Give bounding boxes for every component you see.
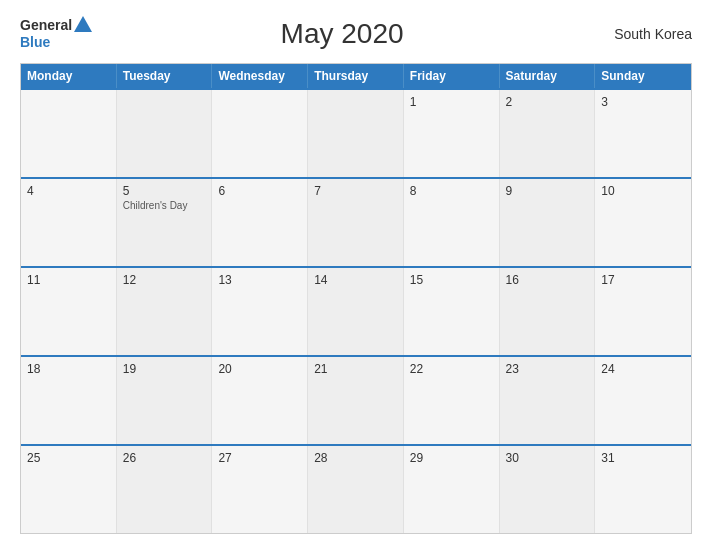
cal-week-1: 123 [21,88,691,177]
day-number: 25 [27,451,110,465]
cal-week-2: 45Children's Day678910 [21,177,691,266]
cal-cell-w2-d1: 4 [21,179,117,266]
day-number: 12 [123,273,206,287]
day-number: 4 [27,184,110,198]
cal-cell-w5-d7: 31 [595,446,691,533]
day-number: 7 [314,184,397,198]
header-wednesday: Wednesday [212,64,308,88]
day-number: 26 [123,451,206,465]
day-number: 3 [601,95,685,109]
cal-cell-w4-d2: 19 [117,357,213,444]
country-label: South Korea [592,26,692,42]
cal-cell-w3-d1: 11 [21,268,117,355]
day-number: 27 [218,451,301,465]
header-thursday: Thursday [308,64,404,88]
cal-cell-w2-d6: 9 [500,179,596,266]
cal-cell-w1-d1 [21,90,117,177]
day-number: 6 [218,184,301,198]
cal-cell-w3-d5: 15 [404,268,500,355]
day-number: 20 [218,362,301,376]
day-number: 23 [506,362,589,376]
day-number: 11 [27,273,110,287]
day-number: 19 [123,362,206,376]
cal-cell-w4-d5: 22 [404,357,500,444]
header-sunday: Sunday [595,64,691,88]
header: General Blue May 2020 South Korea [20,16,692,51]
cal-cell-w1-d6: 2 [500,90,596,177]
header-tuesday: Tuesday [117,64,213,88]
page: General Blue May 2020 South Korea Monday… [0,0,712,550]
event-label: Children's Day [123,200,206,211]
cal-cell-w3-d7: 17 [595,268,691,355]
calendar-body: 12345Children's Day678910111213141516171… [21,88,691,533]
cal-cell-w2-d3: 6 [212,179,308,266]
day-number: 29 [410,451,493,465]
day-number: 22 [410,362,493,376]
svg-marker-0 [74,16,92,32]
cal-cell-w2-d4: 7 [308,179,404,266]
cal-cell-w5-d1: 25 [21,446,117,533]
day-number: 21 [314,362,397,376]
logo: General Blue [20,16,92,51]
cal-cell-w5-d4: 28 [308,446,404,533]
day-number: 17 [601,273,685,287]
logo-flag-icon [74,16,92,32]
cal-cell-w1-d7: 3 [595,90,691,177]
cal-cell-w5-d6: 30 [500,446,596,533]
cal-cell-w3-d4: 14 [308,268,404,355]
day-number: 5 [123,184,206,198]
cal-cell-w1-d3 [212,90,308,177]
header-friday: Friday [404,64,500,88]
day-number: 9 [506,184,589,198]
day-number: 16 [506,273,589,287]
cal-cell-w4-d4: 21 [308,357,404,444]
logo-general-text: General [20,18,72,32]
header-saturday: Saturday [500,64,596,88]
cal-cell-w3-d3: 13 [212,268,308,355]
cal-week-3: 11121314151617 [21,266,691,355]
cal-cell-w3-d2: 12 [117,268,213,355]
cal-cell-w4-d1: 18 [21,357,117,444]
day-number: 28 [314,451,397,465]
header-monday: Monday [21,64,117,88]
cal-week-4: 18192021222324 [21,355,691,444]
day-number: 1 [410,95,493,109]
cal-cell-w3-d6: 16 [500,268,596,355]
day-number: 31 [601,451,685,465]
day-number: 13 [218,273,301,287]
cal-cell-w2-d5: 8 [404,179,500,266]
day-number: 10 [601,184,685,198]
calendar: Monday Tuesday Wednesday Thursday Friday… [20,63,692,534]
calendar-header: Monday Tuesday Wednesday Thursday Friday… [21,64,691,88]
cal-cell-w5-d2: 26 [117,446,213,533]
cal-cell-w4-d7: 24 [595,357,691,444]
day-number: 15 [410,273,493,287]
cal-cell-w2-d2: 5Children's Day [117,179,213,266]
cal-cell-w4-d6: 23 [500,357,596,444]
day-number: 8 [410,184,493,198]
cal-cell-w1-d4 [308,90,404,177]
cal-cell-w2-d7: 10 [595,179,691,266]
day-number: 18 [27,362,110,376]
day-number: 2 [506,95,589,109]
day-number: 30 [506,451,589,465]
cal-cell-w5-d5: 29 [404,446,500,533]
cal-cell-w5-d3: 27 [212,446,308,533]
calendar-title: May 2020 [92,18,592,50]
day-number: 14 [314,273,397,287]
cal-cell-w4-d3: 20 [212,357,308,444]
cal-cell-w1-d5: 1 [404,90,500,177]
cal-week-5: 25262728293031 [21,444,691,533]
cal-cell-w1-d2 [117,90,213,177]
logo-blue-text: Blue [20,34,50,50]
day-number: 24 [601,362,685,376]
